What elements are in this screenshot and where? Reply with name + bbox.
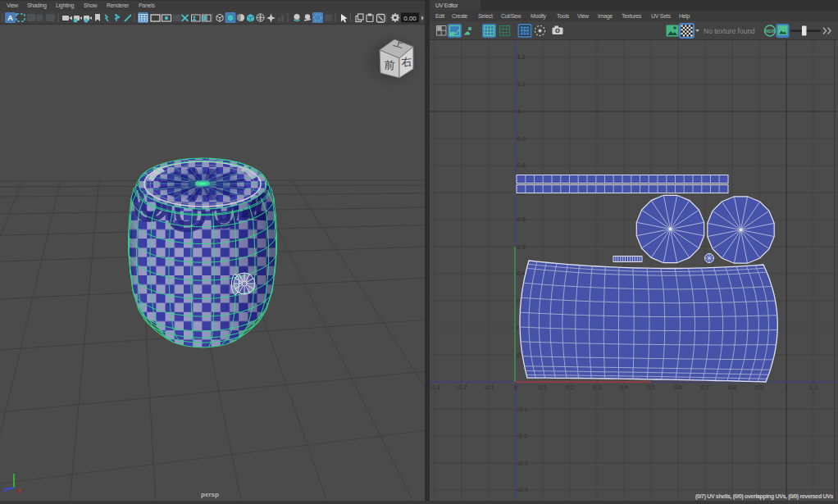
svg-text:z: z bbox=[4, 486, 7, 493]
svg-text:0.1: 0.1 bbox=[539, 384, 547, 391]
svg-text:-0.2: -0.2 bbox=[517, 432, 528, 439]
svg-text:0.3: 0.3 bbox=[593, 384, 601, 391]
svg-text:1.1: 1.1 bbox=[517, 80, 526, 88]
svg-text:No texture found: No texture found bbox=[704, 27, 755, 35]
svg-text:(0/7) UV shells, (0/0) overlap: (0/7) UV shells, (0/0) overlapping UVs, … bbox=[695, 493, 833, 500]
svg-text:0.7: 0.7 bbox=[701, 384, 709, 391]
svg-text:-0.4: -0.4 bbox=[517, 486, 528, 493]
svg-text:1: 1 bbox=[517, 107, 521, 115]
svg-text:0.6: 0.6 bbox=[517, 216, 526, 223]
svg-text:0: 0 bbox=[514, 384, 517, 391]
svg-text:-0.3: -0.3 bbox=[517, 460, 528, 467]
svg-text:0.5: 0.5 bbox=[517, 243, 526, 251]
svg-text:1: 1 bbox=[785, 384, 788, 391]
svg-text:0.9: 0.9 bbox=[755, 384, 763, 391]
svg-text:右: 右 bbox=[401, 55, 412, 68]
svg-text:0.9: 0.9 bbox=[517, 135, 526, 143]
svg-text:1.1: 1.1 bbox=[809, 384, 818, 391]
svg-text:RGB: RGB bbox=[765, 29, 775, 34]
svg-text:0.4: 0.4 bbox=[620, 384, 628, 391]
svg-text:-0.1: -0.1 bbox=[484, 384, 494, 391]
svg-text:前: 前 bbox=[384, 59, 395, 72]
svg-text:0.00: 0.00 bbox=[403, 15, 417, 22]
svg-text:A: A bbox=[7, 14, 13, 22]
svg-text:0.8: 0.8 bbox=[728, 384, 736, 391]
svg-text:-0.1: -0.1 bbox=[517, 406, 528, 413]
svg-text:-0.2: -0.2 bbox=[457, 384, 467, 391]
svg-text:-0.3: -0.3 bbox=[430, 384, 439, 391]
svg-text:0.5: 0.5 bbox=[647, 384, 655, 391]
svg-text:0.6: 0.6 bbox=[674, 384, 682, 391]
svg-text:0.4: 0.4 bbox=[517, 270, 526, 277]
svg-text:1.2: 1.2 bbox=[517, 53, 526, 61]
svg-text:persp: persp bbox=[201, 491, 219, 498]
svg-text:0.8: 0.8 bbox=[517, 161, 526, 169]
svg-text:0.2: 0.2 bbox=[566, 384, 574, 391]
svg-text:x: x bbox=[17, 487, 21, 494]
